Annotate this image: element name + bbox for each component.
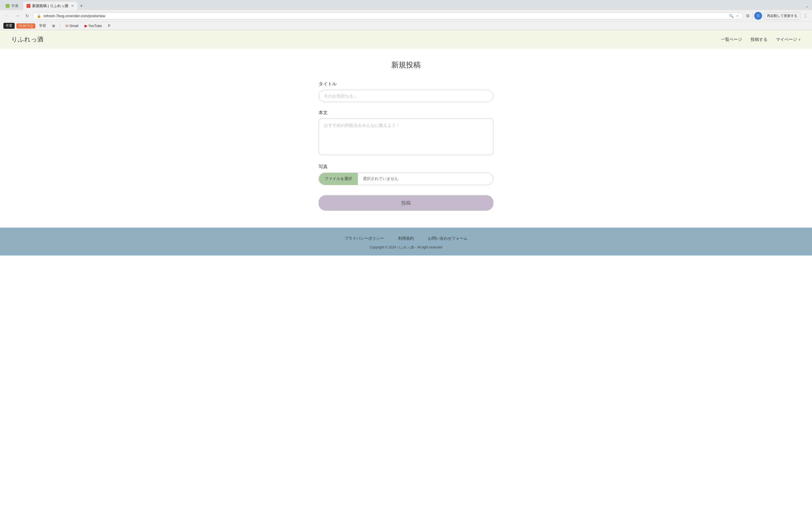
file-input-wrapper: ファイルを選択 選択されていません bbox=[319, 173, 493, 185]
nav-actions: ⧉ S 再起動して更新する ⋮ bbox=[745, 12, 809, 20]
title-label: タイトル bbox=[319, 81, 493, 87]
footer-privacy[interactable]: プライバシーポリシー bbox=[345, 236, 384, 241]
bookmark-sotsugyo-label: 卒業 bbox=[6, 23, 12, 28]
site-nav: 一覧ページ 投稿する マイページ ∨ bbox=[721, 37, 801, 42]
back-button[interactable]: ← bbox=[3, 12, 11, 19]
body-textarea[interactable] bbox=[319, 119, 493, 155]
footer-contact[interactable]: お問い合わせフォーム bbox=[428, 236, 467, 241]
site-logo: りふれっ酒 bbox=[11, 35, 43, 44]
gmail-icon: M bbox=[65, 24, 68, 28]
bookmark-p-label: P bbox=[108, 24, 110, 28]
tab-label-sotsugyo: 卒業 bbox=[11, 3, 18, 8]
bookmark-separator bbox=[60, 24, 60, 28]
tab-sotsugyo[interactable]: 卒業 bbox=[2, 2, 22, 10]
tab-bar: 卒業 新規投稿 | りふれっ酒 ✕ + ⌄ bbox=[0, 0, 812, 10]
bookmark-grid[interactable]: ⊞ bbox=[50, 23, 57, 29]
photo-group: 写真 ファイルを選択 選択されていません bbox=[319, 164, 493, 185]
url-input[interactable] bbox=[43, 14, 727, 18]
nav-mypage[interactable]: マイページ ∨ bbox=[776, 37, 801, 42]
body-label: 本文 bbox=[319, 110, 493, 116]
forward-button[interactable]: → bbox=[13, 12, 21, 19]
bookmark-gakushu-label: 学習 bbox=[39, 23, 46, 28]
bookmark-runteq-label: RUNTEQ bbox=[18, 24, 33, 28]
file-choose-button[interactable]: ファイルを選択 bbox=[319, 173, 358, 185]
restart-button[interactable]: 再起動して更新する bbox=[764, 12, 801, 20]
tab-bar-menu-button[interactable]: ⌄ bbox=[804, 3, 810, 9]
form-container: タイトル 本文 写真 ファイルを選択 選択されていません 投稿 bbox=[319, 81, 493, 211]
site-header: りふれっ酒 一覧ページ 投稿する マイページ ∨ bbox=[0, 30, 812, 49]
tab-label-new-post: 新規投稿 | りふれっ酒 bbox=[32, 3, 68, 8]
bookmark-youtube-label: YouTube bbox=[89, 24, 102, 28]
nav-ichiran[interactable]: 一覧ページ bbox=[721, 37, 742, 42]
tab-new-post[interactable]: 新規投稿 | りふれっ酒 ✕ bbox=[23, 2, 77, 10]
tab-close-button[interactable]: ✕ bbox=[71, 4, 74, 8]
submit-button[interactable]: 投稿 bbox=[319, 195, 493, 211]
lock-icon: 🔒 bbox=[37, 14, 41, 18]
new-tab-button[interactable]: + bbox=[79, 3, 85, 9]
profile-avatar[interactable]: S bbox=[754, 12, 762, 20]
bookmarks-bar: 卒業 RUNTEQ 学習 ⊞ M Gmail ▶ YouTube P bbox=[0, 21, 812, 30]
tab-favicon-new-post bbox=[27, 4, 31, 8]
body-group: 本文 bbox=[319, 110, 493, 156]
main-content: 新規投稿 タイトル 本文 写真 ファイルを選択 選択されていません 投稿 bbox=[0, 49, 812, 228]
bookmark-gakushu[interactable]: 学習 bbox=[37, 23, 48, 29]
lens-icon: 🔍 bbox=[729, 14, 733, 18]
site-footer: プライバシーポリシー 利用規約 お問い合わせフォーム Copyright © 2… bbox=[0, 228, 812, 256]
menu-button[interactable]: ⋮ bbox=[802, 12, 809, 19]
footer-copyright: Copyright © 2024 りふれっ酒 - All right reser… bbox=[6, 245, 806, 250]
tab-bar-end: ⌄ bbox=[804, 3, 810, 9]
grid-icon: ⊞ bbox=[52, 24, 55, 28]
bookmark-youtube[interactable]: ▶ YouTube bbox=[82, 23, 104, 29]
nav-mypage-label: マイページ bbox=[776, 37, 797, 42]
nav-bar: ← → ↻ 🔒 🔍 ☆ ⧉ S 再起動して更新する ⋮ bbox=[0, 10, 812, 21]
page-title: 新規投稿 bbox=[391, 60, 421, 70]
bookmark-sotsugyo[interactable]: 卒業 bbox=[3, 23, 15, 29]
refresh-button[interactable]: ↻ bbox=[24, 12, 31, 20]
bookmark-gmail[interactable]: M Gmail bbox=[63, 23, 81, 29]
bookmark-runteq[interactable]: RUNTEQ bbox=[16, 23, 35, 29]
footer-terms[interactable]: 利用規約 bbox=[398, 236, 414, 241]
file-no-selection-label: 選択されていません bbox=[358, 173, 493, 185]
photo-label: 写真 bbox=[319, 164, 493, 170]
footer-links: プライバシーポリシー 利用規約 お問い合わせフォーム bbox=[6, 236, 806, 241]
address-bar[interactable]: 🔒 🔍 ☆ bbox=[33, 12, 743, 19]
chevron-down-icon: ∨ bbox=[798, 38, 801, 41]
collections-button[interactable]: ⧉ bbox=[745, 12, 751, 19]
nav-separator bbox=[752, 13, 753, 18]
bookmark-star-icon[interactable]: ☆ bbox=[736, 14, 739, 18]
bookmark-p[interactable]: P bbox=[106, 23, 112, 29]
title-input[interactable] bbox=[319, 90, 493, 102]
youtube-icon: ▶ bbox=[85, 24, 87, 28]
nav-post[interactable]: 投稿する bbox=[751, 37, 767, 42]
title-group: タイトル bbox=[319, 81, 493, 102]
bookmark-gmail-label: Gmail bbox=[70, 24, 79, 28]
tab-favicon-sotsugyo bbox=[6, 4, 10, 8]
